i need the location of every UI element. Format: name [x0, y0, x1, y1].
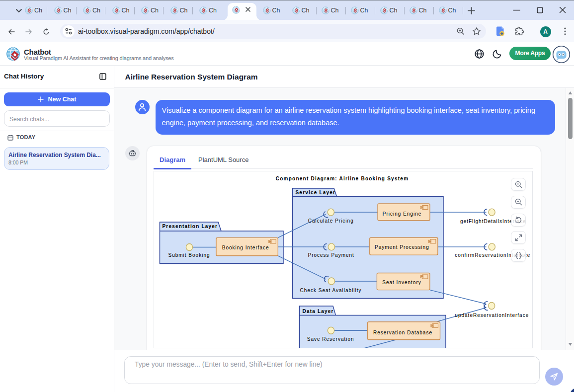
svg-text:Reservation Database: Reservation Database: [373, 330, 432, 335]
svg-text:Process Payment: Process Payment: [308, 252, 354, 258]
svg-text:Calculate Pricing: Calculate Pricing: [308, 218, 354, 224]
svg-text:Payment Processing: Payment Processing: [375, 244, 429, 250]
svg-text:Save Reservation: Save Reservation: [307, 336, 354, 342]
svg-text:updateReservationInterface: updateReservationInterface: [455, 313, 529, 318]
svg-text:Pricing Engine: Pricing Engine: [383, 211, 421, 217]
svg-text:Component Diagram: Airline Boo: Component Diagram: Airline Booking Syste…: [276, 176, 409, 181]
svg-text:Presentation Layer: Presentation Layer: [163, 224, 218, 229]
svg-text:Data Layer: Data Layer: [303, 309, 334, 314]
svg-text:Seat Inventory: Seat Inventory: [382, 280, 421, 285]
svg-text:Check Seat Availability: Check Seat Availability: [300, 288, 362, 293]
svg-text:Service Layer: Service Layer: [296, 190, 336, 195]
svg-text:Submit Booking: Submit Booking: [168, 252, 210, 258]
svg-text:Booking Interface: Booking Interface: [222, 245, 269, 250]
